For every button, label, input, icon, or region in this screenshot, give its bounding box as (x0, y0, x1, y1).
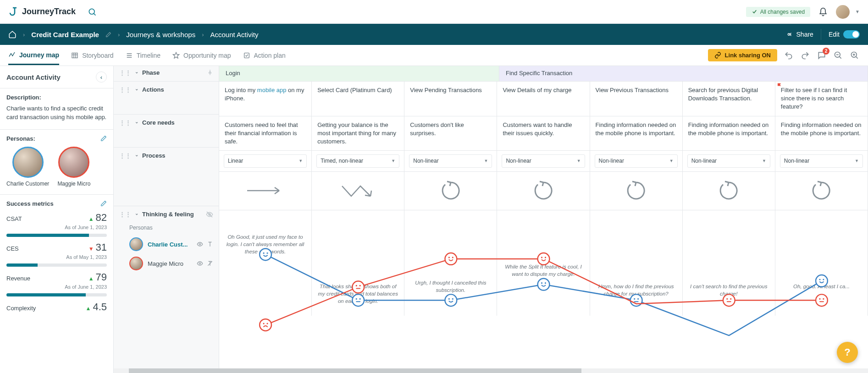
edit-metrics-icon[interactable] (100, 200, 107, 207)
thinking-cell[interactable]: Oh, good. At least I ca... (775, 210, 868, 316)
edit-toggle[interactable]: Edit (829, 30, 860, 38)
logo[interactable]: JourneyTrack (8, 6, 76, 17)
thinking-cell[interactable]: Oh Good, it just used my face to login. … (219, 210, 312, 316)
trend-down-icon: ▼ (88, 246, 94, 252)
need-cell[interactable]: Customers want to handle their issues qu… (497, 116, 590, 151)
collapse-sidebar-icon[interactable]: ‹ (96, 71, 107, 82)
edit-personas-icon[interactable] (100, 135, 107, 142)
search-icon[interactable] (88, 7, 97, 16)
home-icon[interactable] (8, 30, 17, 38)
process-select[interactable]: Timed, non-linear▼ (316, 154, 399, 168)
process-select[interactable]: Non-linear▼ (502, 154, 585, 168)
persona-charlie[interactable]: Charlie Customer (6, 147, 49, 187)
thinking-persona-maggie[interactable]: Maggie Micro (129, 254, 213, 273)
visibility-icon[interactable] (206, 211, 213, 218)
need-cell[interactable]: Finding information needed on the mobile… (683, 116, 775, 151)
grip-icon[interactable]: ⋮⋮ (119, 119, 131, 126)
need-cell[interactable]: Customers need to feel that their financ… (219, 116, 312, 151)
thinking-cell[interactable]: While the Split It feature is cool, I wa… (497, 210, 590, 316)
need-cell[interactable]: Getting your balance is the most importa… (312, 116, 404, 151)
thinking-text: That looks sharp…shows both of my credit… (315, 283, 400, 305)
tab-storyboard[interactable]: Storyboard (71, 47, 113, 64)
text-off-icon[interactable] (207, 260, 213, 267)
thinking-persona-charlie[interactable]: Charlie Cust... (129, 235, 213, 254)
pin-icon[interactable] (207, 69, 213, 76)
grip-icon[interactable]: ⋮⋮ (119, 152, 131, 159)
chevron-down-icon[interactable]: ▼ (855, 9, 860, 14)
chevron-down-icon[interactable]: ⌄ (135, 152, 138, 157)
help-button[interactable]: ? (837, 342, 858, 363)
need-cell[interactable]: Customers don't like surprises. (404, 116, 497, 151)
chevron-down-icon[interactable]: ⌄ (135, 86, 138, 91)
rowlabel-thinking[interactable]: ⋮⋮ ⌄ Thinking & feeling (114, 206, 219, 223)
visibility-icon[interactable] (197, 241, 203, 247)
thinking-cell[interactable]: I can't search to find the previous char… (683, 210, 775, 316)
link-sharing-button[interactable]: Link sharing ON (708, 49, 777, 61)
cycle-icon (625, 179, 647, 202)
action-cell[interactable]: View Details of my charge (497, 82, 590, 116)
process-cell: Timed, non-linear▼ (312, 151, 404, 171)
tab-action-plan[interactable]: Action plan (243, 47, 286, 64)
rowlabel-process[interactable]: ⋮⋮ ⌄ Process (114, 148, 219, 206)
breadcrumb-project[interactable]: Credit Card Example (31, 31, 99, 38)
grip-icon[interactable]: ⋮⋮ (119, 86, 131, 93)
chevron-down-icon[interactable]: ⌄ (135, 69, 138, 74)
metric-complexity: Complexity ▲4.5 (6, 301, 107, 313)
horizontal-scrollbar[interactable] (114, 368, 868, 373)
process-select[interactable]: Non-linear▼ (687, 154, 770, 168)
comments-icon[interactable]: 2 (817, 50, 827, 60)
toggle-switch[interactable] (843, 30, 860, 38)
thinking-cell[interactable]: That looks sharp…shows both of my credit… (312, 210, 404, 316)
edit-project-icon[interactable] (105, 32, 111, 38)
rowlabel-needs[interactable]: ⋮⋮ ⌄ Core needs (114, 115, 219, 148)
notifications-icon[interactable] (818, 7, 828, 16)
process-row: Linear▼ Timed, non-linear▼ Non-linear▼ N… (219, 151, 868, 172)
tab-opportunity[interactable]: Opportunity map (172, 47, 231, 64)
logo-icon (8, 6, 19, 17)
rowlabel-phase[interactable]: ⋮⋮ ⌄ Phase (114, 66, 219, 82)
zoom-out-icon[interactable] (833, 50, 843, 60)
breadcrumb-page[interactable]: Account Activity (210, 31, 258, 38)
phase-find[interactable]: Find Specific Transaction (499, 66, 868, 81)
action-cell[interactable]: View Previous Transactions (590, 82, 683, 116)
redo-icon[interactable] (800, 50, 810, 60)
thinking-cell[interactable]: Hmm, how do I find the previous charge f… (590, 210, 683, 316)
tab-timeline[interactable]: Timeline (126, 47, 160, 64)
comment-count: 2 (823, 48, 829, 55)
chevron-down-icon[interactable]: ⌄ (135, 119, 138, 124)
link[interactable]: mobile app (257, 87, 287, 93)
action-cell[interactable]: Search for previous Digital Downloads Tr… (683, 82, 775, 116)
zoom-in-icon[interactable] (850, 50, 860, 60)
breadcrumb-section[interactable]: Journeys & workshops (126, 31, 195, 38)
action-cell[interactable]: Filter to see if I can find it since the… (775, 82, 868, 116)
action-cell[interactable]: View Pending Transactions (404, 82, 497, 116)
need-cell[interactable]: Finding information needed on the mobile… (775, 116, 868, 151)
process-select[interactable]: Non-linear▼ (780, 154, 863, 168)
thinking-cell[interactable]: Urgh, I thought I cancelled this subscri… (404, 210, 497, 316)
divider (821, 29, 821, 40)
rowlabel-actions[interactable]: ⋮⋮ ⌄ Actions (114, 82, 219, 115)
process-select[interactable]: Non-linear▼ (409, 154, 492, 168)
visibility-icon[interactable] (197, 260, 203, 267)
undo-icon[interactable] (784, 50, 794, 60)
metric-bar (6, 234, 107, 237)
process-select[interactable]: Non-linear▼ (595, 154, 678, 168)
chevron-down-icon[interactable]: ⌄ (135, 211, 138, 216)
metric-value: 31 (96, 241, 107, 253)
action-cell[interactable]: Select Card (Platinum Card) (312, 82, 404, 116)
persona-maggie[interactable]: Maggie Micro (57, 147, 90, 187)
tab-journey-map[interactable]: Journey map (8, 46, 59, 65)
topbar: JourneyTrack All changes saved ▼ (0, 0, 868, 24)
process-select[interactable]: Linear▼ (224, 154, 307, 168)
sidebar-title: Account Activity (6, 73, 61, 81)
grip-icon[interactable]: ⋮⋮ (119, 211, 131, 218)
need-cell[interactable]: Finding information needed on the mobile… (590, 116, 683, 151)
action-cell[interactable]: Log into my mobile app on my iPhone. (219, 82, 312, 116)
avatar[interactable] (836, 5, 850, 19)
phase-login[interactable]: Login (219, 66, 499, 81)
share-button[interactable]: Share (786, 31, 813, 38)
grip-icon[interactable]: ⋮⋮ (119, 69, 131, 76)
metric-name: CSAT (6, 215, 22, 222)
cycle-icon (439, 179, 462, 202)
text-icon[interactable] (207, 241, 213, 247)
